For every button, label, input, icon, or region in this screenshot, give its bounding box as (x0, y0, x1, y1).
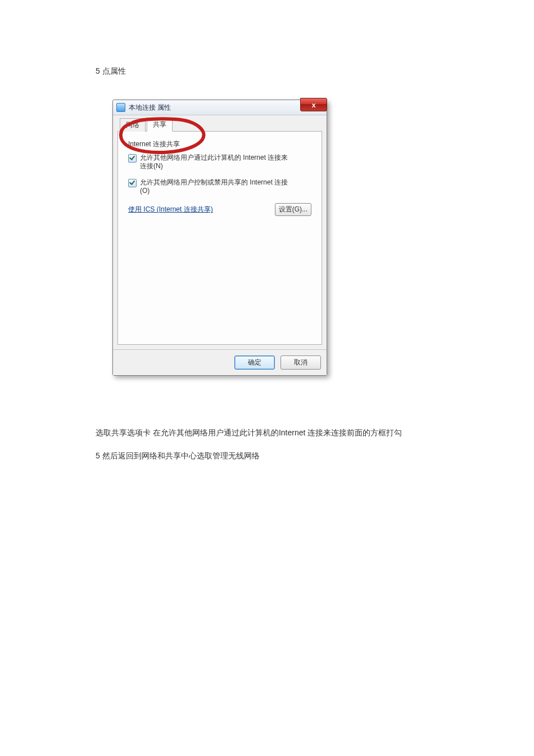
checkbox-allow-connect-row: 允许其他网络用户通过此计算机的 Internet 连接来连接(N) (128, 154, 311, 170)
ok-button[interactable]: 确定 (234, 356, 275, 370)
dialog-button-bar: 确定 取消 (113, 349, 327, 375)
tab-strip: 网络 共享 (117, 119, 322, 132)
checkbox-allow-connect[interactable] (128, 154, 137, 163)
checkbox-allow-control[interactable] (128, 179, 137, 187)
tab-network[interactable]: 网络 (120, 118, 146, 132)
settings-button[interactable]: 设置(G)... (275, 203, 311, 216)
properties-dialog: 本地连接 属性 x 网络 共享 Internet 连接共享 (112, 100, 327, 376)
checkbox-allow-control-row: 允许其他网络用户控制或禁用共享的 Internet 连接(O) (128, 178, 311, 195)
group-title-ics: Internet 连接共享 (128, 140, 311, 149)
cancel-button[interactable]: 取消 (280, 356, 321, 370)
instruction-paragraph-2: 5 然后返回到网络和共享中心选取管理无线网络 (96, 449, 534, 462)
ics-help-link[interactable]: 使用 ICS (Internet 连接共享) (128, 205, 213, 214)
close-button[interactable]: x (300, 98, 327, 111)
instruction-paragraph-1: 选取共享选项卡 在允许其他网络用户通过此计算机的Internet 连接来连接前面… (96, 426, 534, 439)
dialog-title: 本地连接 属性 (129, 103, 171, 112)
dialog-client-area: 网络 共享 Internet 连接共享 允许其他网络用户通过此计算机的 Inte… (113, 115, 327, 349)
checkbox-allow-control-label: 允许其他网络用户控制或禁用共享的 Internet 连接(O) (140, 178, 292, 195)
ics-link-row: 使用 ICS (Internet 连接共享) 设置(G)... (128, 203, 311, 216)
network-adapter-icon (116, 103, 125, 112)
close-icon: x (311, 101, 315, 109)
step-5-title: 5 点属性 (96, 65, 534, 77)
checkbox-allow-connect-label: 允许其他网络用户通过此计算机的 Internet 连接来连接(N) (140, 154, 292, 170)
share-tab-panel: Internet 连接共享 允许其他网络用户通过此计算机的 Internet 连… (117, 132, 322, 345)
dialog-titlebar: 本地连接 属性 x (113, 100, 327, 115)
tab-share[interactable]: 共享 (147, 118, 173, 132)
